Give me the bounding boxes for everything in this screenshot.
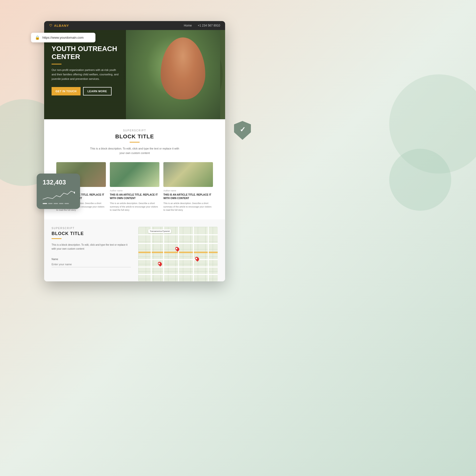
map-label-business: Transamerica Pyramid <box>148 229 171 233</box>
card3-author: Author name <box>163 189 213 192</box>
stats-widget: 132,403 <box>37 174 80 209</box>
card3-desc: This is an article description. Describe… <box>163 202 213 212</box>
hero-section: YOUTH OUTREACH CENTER Our non-profit org… <box>44 30 225 119</box>
stats-dots <box>43 203 74 204</box>
map-road-v <box>193 227 194 281</box>
contact-label: Name <box>52 258 131 261</box>
heart-icon: ♡ <box>49 24 53 28</box>
card3-title: THIS IS AN ARTICLE TITLE. REPLACE IT WIT… <box>163 193 213 200</box>
shield-shape: ✓ <box>234 121 251 140</box>
svg-point-0 <box>74 192 75 194</box>
stats-chart <box>43 188 74 201</box>
stats-dot-4 <box>59 203 63 204</box>
browser-window: ♡ ALBANY Home +1 234 567 8910 YOUTH OUTR… <box>44 21 225 281</box>
shield-check-icon: ✓ <box>240 125 245 134</box>
hero-title: YOUTH OUTREACH CENTER <box>52 45 121 61</box>
browser-nav: Home +1 234 567 8910 <box>184 24 220 27</box>
browser-chrome: ♡ ALBANY Home +1 234 567 8910 <box>44 21 225 30</box>
contact-name-input[interactable] <box>52 262 131 267</box>
bg-shape-right2 <box>389 149 451 211</box>
map-business-name: Transamerica Pyramid <box>150 230 170 232</box>
map-road-v <box>178 227 179 281</box>
block2-underline <box>52 238 61 239</box>
stats-number: 132,403 <box>43 178 74 186</box>
stats-dot-1 <box>43 203 47 204</box>
get-in-touch-button[interactable]: GET IN TOUCH <box>52 87 81 95</box>
hero-content: YOUTH OUTREACH CENTER Our non-profit org… <box>52 45 121 95</box>
stats-dot-2 <box>48 203 53 204</box>
contact-section: SUPERSCRIPT BLOCK TITLE This is a block … <box>52 227 131 281</box>
site-logo: ♡ ALBANY <box>49 24 69 28</box>
block2-superscript: SUPERSCRIPT <box>52 227 131 230</box>
hero-background-image <box>126 30 220 119</box>
hero-title-underline <box>52 64 61 64</box>
chart-svg <box>43 188 75 201</box>
security-badge: ✓ <box>234 121 251 140</box>
lock-icon: 🔒 <box>35 35 40 40</box>
bottom-section: SUPERSCRIPT BLOCK TITLE This is a block … <box>44 219 225 281</box>
logo-text: ALBANY <box>54 24 69 28</box>
map-road-v <box>163 227 164 281</box>
hero-buttons: GET IN TOUCH LEARN MORE <box>52 87 121 95</box>
map-container: Transamerica Pyramid <box>138 227 218 281</box>
learn-more-button[interactable]: LEARN MORE <box>83 87 112 95</box>
nav-phone: +1 234 567 8910 <box>198 24 220 27</box>
block1-title: BLOCK TITLE <box>52 133 218 140</box>
nav-home[interactable]: Home <box>184 24 192 27</box>
card2-author: Author name <box>110 189 159 192</box>
contact-name-field: Name <box>52 258 131 267</box>
url-text: https://www.yourdomain.com <box>42 36 84 39</box>
hero-description: Our non-profit organization partners wit… <box>52 68 121 81</box>
stats-dot-5 <box>64 203 69 204</box>
article-card-3: Author name THIS IS AN ARTICLE TITLE. RE… <box>163 162 213 212</box>
block2-description: This is a block description. To edit, cl… <box>52 243 131 251</box>
card2-title: THIS IS AN ARTICLE TITLE. REPLACE IT WIT… <box>110 193 159 200</box>
card-image-3 <box>163 162 213 187</box>
map-road-v <box>208 227 209 281</box>
card-image-2 <box>110 162 159 187</box>
block1-underline <box>130 142 140 143</box>
map-road-v <box>151 227 152 281</box>
block2-title: BLOCK TITLE <box>52 231 131 236</box>
card2-desc: This is an article description. Describe… <box>110 202 159 212</box>
address-bar[interactable]: 🔒 https://www.yourdomain.com <box>31 33 95 42</box>
map: Transamerica Pyramid <box>138 227 218 281</box>
stats-dot-3 <box>54 203 58 204</box>
article-card-2: Author name THIS IS AN ARTICLE TITLE. RE… <box>110 162 159 212</box>
block1-description: This is a block description. To edit, cl… <box>88 147 182 155</box>
block1-superscript: SUPERSCRIPT <box>52 129 218 132</box>
